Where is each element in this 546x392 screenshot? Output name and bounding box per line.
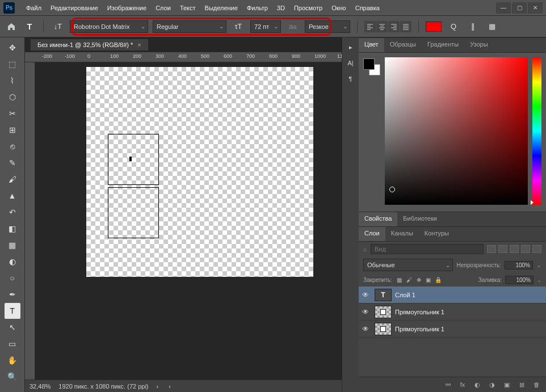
filter-smart-icon[interactable] <box>532 245 541 253</box>
opacity-chevron-icon[interactable]: ⌄ <box>536 262 541 269</box>
hue-slider[interactable] <box>532 57 541 205</box>
fill-input[interactable]: 100% <box>505 276 534 284</box>
character-icon[interactable]: A| <box>345 57 357 69</box>
layer-mask-icon[interactable]: ◐ <box>472 380 482 390</box>
lock-all-icon[interactable]: 🔒 <box>434 276 442 284</box>
tab-образцы[interactable]: Образцы <box>384 38 422 52</box>
paragraph-icon[interactable]: ¶ <box>345 73 357 85</box>
visibility-icon[interactable]: 👁 <box>362 291 371 299</box>
visibility-icon[interactable]: 👁 <box>362 325 371 333</box>
tab-каналы[interactable]: Каналы <box>385 227 419 241</box>
spot-heal-tool[interactable]: ✎ <box>5 155 20 171</box>
brush-tool[interactable]: 🖌 <box>5 171 20 187</box>
filter-adjust-icon[interactable] <box>498 245 507 253</box>
eraser-tool[interactable]: ◧ <box>5 221 20 237</box>
warp-text-button[interactable]: Q <box>446 20 461 33</box>
layer-row[interactable]: 👁Прямоугольник 1 <box>359 321 546 338</box>
pen-tool[interactable]: ✒ <box>5 286 20 302</box>
antialias-dropdown[interactable]: Резкое <box>305 20 350 33</box>
move-tool[interactable]: ✥ <box>5 40 20 56</box>
status-chevron-icon[interactable]: ‹ <box>169 383 171 390</box>
menu-фильтр[interactable]: Фильтр <box>242 2 272 14</box>
foreground-color-swatch[interactable] <box>363 58 375 70</box>
layer-thumbnail[interactable] <box>375 306 392 318</box>
zoom-level[interactable]: 32,48% <box>30 383 51 390</box>
blur-tool[interactable]: ◐ <box>5 254 20 269</box>
text-orientation-button[interactable]: ↓T <box>51 20 65 33</box>
font-size-dropdown[interactable]: 72 пт <box>250 20 281 33</box>
quick-select-tool[interactable]: ⬡ <box>5 89 20 105</box>
layer-row[interactable]: 👁TСлой 1 <box>359 286 546 304</box>
text-color-swatch[interactable] <box>426 22 442 32</box>
tab-цвет[interactable]: Цвет <box>359 38 384 52</box>
menu-выделение[interactable]: Выделение <box>200 2 242 14</box>
menu-слои[interactable]: Слои <box>151 2 175 14</box>
canvas[interactable] <box>86 67 313 277</box>
tab-градиенты[interactable]: Градиенты <box>422 38 464 52</box>
history-brush-tool[interactable]: ↶ <box>5 204 20 220</box>
tab-свойства[interactable]: Свойства <box>359 212 397 226</box>
foreground-background-swatches[interactable] <box>363 58 380 75</box>
fill-chevron-icon[interactable]: ⌄ <box>537 277 541 283</box>
filter-type-icon[interactable] <box>510 245 519 253</box>
tab-узоры[interactable]: Узоры <box>464 38 493 52</box>
document-tab[interactable]: Без имени-1 @ 32,5% (RGB/8#) * × <box>31 39 148 50</box>
eyedropper-tool[interactable]: ⎋ <box>5 138 20 154</box>
tab-библиотеки[interactable]: Библиотеки <box>397 212 443 226</box>
marquee-tool[interactable]: ⬚ <box>5 56 20 72</box>
close-tab-icon[interactable]: × <box>137 41 141 48</box>
color-picker-field[interactable] <box>385 57 528 205</box>
menu-файл[interactable]: Файл <box>22 2 46 14</box>
tab-слои[interactable]: Слои <box>359 227 385 241</box>
stamp-tool[interactable]: ▲ <box>5 188 20 204</box>
lock-position-icon[interactable]: ✥ <box>415 276 423 284</box>
status-arrow-icon[interactable]: › <box>157 383 159 390</box>
tab-контуры[interactable]: Контуры <box>419 227 455 241</box>
group-icon[interactable]: ▣ <box>502 380 512 390</box>
align-center-button[interactable] <box>376 21 388 32</box>
link-layers-icon[interactable]: ⚯ <box>443 380 453 390</box>
home-button[interactable] <box>5 20 18 33</box>
layer-name[interactable]: Прямоугольник 1 <box>395 309 444 315</box>
menu-справка[interactable]: Справка <box>351 2 384 14</box>
rectangle-tool[interactable]: ▭ <box>5 336 20 352</box>
lock-artboard-icon[interactable]: ▣ <box>425 276 432 284</box>
menu-3d[interactable]: 3D <box>272 2 289 14</box>
blend-mode-dropdown[interactable]: Обычные <box>363 259 453 271</box>
align-right-button[interactable] <box>388 21 400 32</box>
type-tool[interactable]: T <box>5 303 20 319</box>
character-panel-button[interactable]: ‖ <box>465 20 480 33</box>
maximize-button[interactable]: ▢ <box>512 2 527 14</box>
frame-tool[interactable]: ⊞ <box>5 122 20 138</box>
3d-text-button[interactable]: ▦ <box>485 20 499 33</box>
close-button[interactable]: ✕ <box>528 2 543 14</box>
minimize-button[interactable]: — <box>496 2 511 14</box>
opacity-input[interactable]: 100% <box>505 261 533 269</box>
lock-image-icon[interactable]: 🖌 <box>405 276 413 284</box>
rectangle-shape-2[interactable] <box>108 187 159 238</box>
menu-окно[interactable]: Окно <box>327 2 351 14</box>
filter-shape-icon[interactable] <box>521 245 530 253</box>
layer-thumbnail[interactable]: T <box>375 289 392 301</box>
font-style-dropdown[interactable]: Regular <box>153 20 226 33</box>
layer-name[interactable]: Слой 1 <box>395 292 415 298</box>
font-family-dropdown[interactable]: Robotron Dot Matrix <box>70 20 148 33</box>
filter-pixel-icon[interactable] <box>487 245 496 253</box>
menu-текст[interactable]: Текст <box>175 2 200 14</box>
align-left-button[interactable] <box>364 21 376 32</box>
new-layer-icon[interactable]: ⊞ <box>516 380 527 390</box>
hand-tool[interactable]: ✋ <box>5 352 20 368</box>
canvas-viewport[interactable] <box>35 62 342 380</box>
visibility-icon[interactable]: 👁 <box>362 308 371 316</box>
path-select-tool[interactable]: ↖ <box>5 319 20 335</box>
layer-name[interactable]: Прямоугольник 1 <box>395 326 444 332</box>
layer-row[interactable]: 👁Прямоугольник 1 <box>359 304 546 321</box>
collapse-toggle-icon[interactable]: ▸ <box>345 41 357 53</box>
adjustment-layer-icon[interactable]: ◑ <box>487 380 497 390</box>
rectangle-shape-1[interactable] <box>108 134 159 185</box>
menu-изображение[interactable]: Изображение <box>103 2 151 14</box>
align-justify-button[interactable] <box>400 21 411 32</box>
zoom-tool[interactable]: 🔍 <box>5 369 20 385</box>
layer-thumbnail[interactable] <box>375 323 392 335</box>
menu-редактирование[interactable]: Редактирование <box>46 2 103 14</box>
